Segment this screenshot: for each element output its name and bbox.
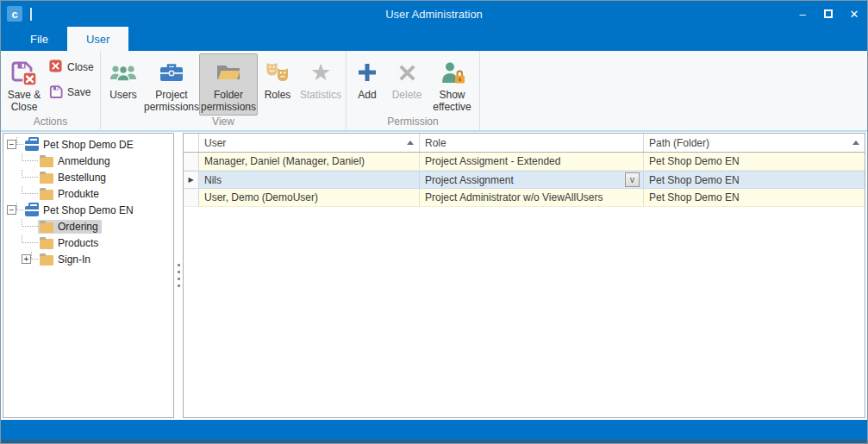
tree-node[interactable]: + Sign-In xyxy=(3,251,173,267)
grid-header: User Role Path (Folder) xyxy=(184,134,865,153)
ribbon-group-view: Users Project permissions xyxy=(101,51,347,130)
table-row[interactable]: User, Demo (DemoUser) Project Administra… xyxy=(184,189,865,207)
tree-node[interactable]: Products xyxy=(3,235,173,251)
tree-node-core[interactable]: Sign-In xyxy=(38,253,94,266)
cell-role-text: Project Assignment xyxy=(425,174,625,186)
cell-user[interactable]: Nils xyxy=(199,172,420,188)
window-title: User Administration xyxy=(1,8,867,21)
table-row[interactable]: ▶ Nils Project Assignment v Pet Shop Dem… xyxy=(184,171,865,189)
tree-node[interactable]: − Pet Shop Demo DE xyxy=(3,136,173,153)
row-indicator xyxy=(184,153,199,170)
tab-file[interactable]: File xyxy=(11,27,67,51)
maximize-icon xyxy=(824,9,833,18)
users-view-button[interactable]: Users xyxy=(103,53,144,116)
maximize-button[interactable] xyxy=(815,1,841,27)
save-close-icon xyxy=(9,58,39,87)
close-action-button[interactable]: Close xyxy=(46,58,97,77)
grid-body: Manager, Daniel (Manager, Daniel) Projec… xyxy=(184,153,865,207)
close-button[interactable]: ✕ xyxy=(841,1,867,27)
tree-node[interactable]: Bestellung xyxy=(3,169,173,185)
cell-role[interactable]: Project Assigment - Extended v xyxy=(420,153,644,170)
current-row-arrow-icon: ▶ xyxy=(188,176,193,184)
tree-node-label: Bestellung xyxy=(58,172,106,184)
group-label-permission: Permission xyxy=(347,116,479,130)
tree-node-label: Produkte xyxy=(58,188,99,200)
status-bar xyxy=(1,420,867,440)
tree-node-core[interactable]: Pet Shop Demo EN xyxy=(23,203,137,217)
tree-connector xyxy=(31,252,38,260)
tree-connector xyxy=(22,186,38,194)
tree-expander-icon[interactable]: − xyxy=(7,140,16,149)
cell-role-text: Project Administrator w/o ViewAllUsers xyxy=(425,191,638,203)
tree-node-icon xyxy=(40,239,53,249)
save-action-button[interactable]: Save xyxy=(46,83,97,102)
tree-connector xyxy=(16,203,23,210)
folder-permissions-button[interactable]: Folder permissions xyxy=(199,53,258,116)
tree-node-icon xyxy=(40,157,53,167)
tree-connector xyxy=(22,170,38,178)
cell-path[interactable]: Pet Shop Demo EN xyxy=(644,189,865,206)
save-icon xyxy=(48,84,63,101)
tree-node-core[interactable]: Anmeldung xyxy=(38,154,114,168)
roles-button[interactable]: Roles xyxy=(258,53,297,116)
panel-splitter[interactable] xyxy=(174,133,183,418)
tree-node-core[interactable]: Pet Shop Demo DE xyxy=(23,138,137,152)
minimize-button[interactable]: – xyxy=(790,1,815,27)
plus-icon xyxy=(356,58,378,87)
tree-connector xyxy=(16,137,23,145)
ribbon: Save & Close Close xyxy=(1,51,867,132)
save-and-close-button[interactable]: Save & Close xyxy=(3,53,46,116)
app-window: c User Administration – ✕ File User xyxy=(0,0,868,444)
column-header-role[interactable]: Role xyxy=(420,134,644,152)
tree-node-core[interactable]: Bestellung xyxy=(38,171,109,184)
tree-expander-icon[interactable]: − xyxy=(7,205,16,215)
theater-masks-icon xyxy=(265,58,290,87)
star-icon: ★ xyxy=(310,58,331,87)
tree-node-core[interactable]: Produkte xyxy=(38,187,103,201)
tab-user[interactable]: User xyxy=(67,27,128,51)
folder-tree: − Pet Shop Demo DE Anmeldung Bestellung … xyxy=(3,133,174,418)
open-folder-icon xyxy=(215,58,242,87)
cell-role[interactable]: Project Administrator w/o ViewAllUsers v xyxy=(420,189,644,206)
tree-expander-icon[interactable]: + xyxy=(22,254,31,264)
header-indicator-cell xyxy=(184,134,199,152)
delete-permission-button[interactable]: Delete xyxy=(386,53,428,116)
sort-ascending-icon xyxy=(852,141,859,145)
ribbon-group-permission: Add Delete xyxy=(347,51,480,130)
tree-node-label: Pet Shop Demo DE xyxy=(43,139,134,151)
person-lock-icon xyxy=(440,58,465,87)
table-row[interactable]: Manager, Daniel (Manager, Daniel) Projec… xyxy=(184,153,865,171)
tree-node-icon xyxy=(25,141,39,151)
tree-node-core[interactable]: Ordering xyxy=(38,220,102,234)
cell-user[interactable]: Manager, Daniel (Manager, Daniel) xyxy=(199,153,420,170)
statistics-button[interactable]: ★ Statistics xyxy=(297,53,344,116)
tree-node[interactable]: − Pet Shop Demo EN xyxy=(3,202,173,218)
ribbon-tabs: File User xyxy=(1,27,867,51)
column-header-user[interactable]: User xyxy=(199,134,420,152)
cell-role[interactable]: Project Assignment v xyxy=(420,172,644,188)
column-header-path[interactable]: Path (Folder) xyxy=(644,134,865,152)
row-indicator xyxy=(184,189,199,206)
window-bottom-border xyxy=(1,440,867,443)
project-permissions-button[interactable]: Project permissions xyxy=(144,53,199,116)
ribbon-group-actions: Save & Close Close xyxy=(1,51,101,130)
tree-node-core[interactable]: Products xyxy=(38,236,102,250)
group-label-actions: Actions xyxy=(1,116,100,130)
tree-node[interactable]: Produkte xyxy=(3,185,173,202)
cell-user[interactable]: User, Demo (DemoUser) xyxy=(199,189,420,206)
role-dropdown-button[interactable]: v xyxy=(625,172,640,187)
tree-node-icon xyxy=(40,222,53,233)
tree-node-label: Products xyxy=(58,237,98,249)
tree-connector xyxy=(22,219,38,227)
group-label-view: View xyxy=(101,116,346,130)
cell-path[interactable]: Pet Shop Demo EN xyxy=(644,153,865,170)
briefcase-icon xyxy=(159,58,184,87)
tree-node[interactable]: Anmeldung xyxy=(3,153,173,169)
tree-node[interactable]: Ordering xyxy=(3,218,173,235)
show-effective-button[interactable]: Show effective xyxy=(428,53,477,116)
add-permission-button[interactable]: Add xyxy=(348,53,386,116)
app-logo-icon[interactable]: c xyxy=(7,6,22,22)
permissions-grid: User Role Path (Folder) Manager, Daniel … xyxy=(183,133,865,418)
cell-path[interactable]: Pet Shop Demo EN xyxy=(644,172,865,188)
actions-small-buttons: Close Save xyxy=(46,53,97,116)
